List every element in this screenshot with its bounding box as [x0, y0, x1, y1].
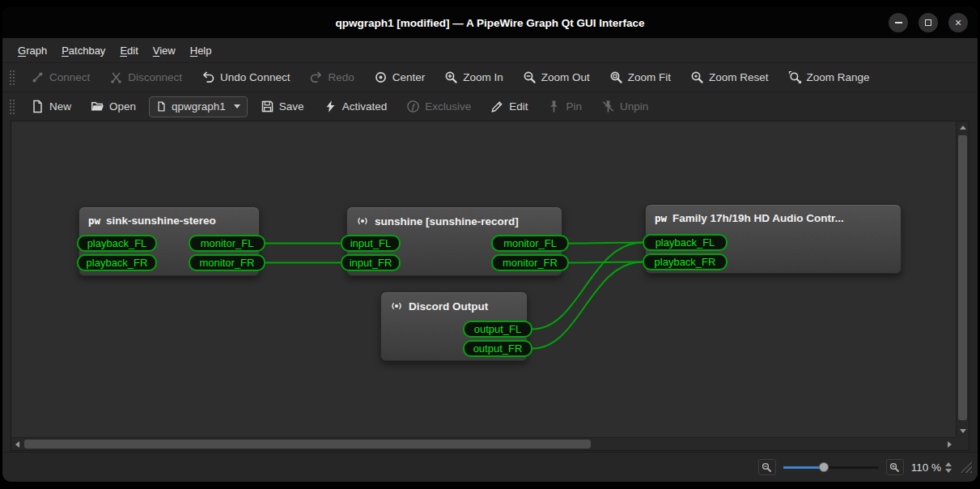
activated-bolt-icon: [324, 100, 337, 113]
arrow-left-icon: [15, 441, 19, 448]
scroll-right-arrow[interactable]: [944, 438, 956, 451]
zoom-in-button[interactable]: Zoom In: [438, 66, 510, 88]
connect-label: Connect: [49, 71, 90, 83]
undo-icon: [202, 70, 215, 84]
arrow-right-icon: [948, 441, 952, 448]
minimize-button[interactable]: [889, 13, 908, 32]
spin-up-icon: [945, 462, 952, 466]
undo-connect-label: Undo Connect: [220, 71, 290, 83]
window-resize-grip[interactable]: [961, 461, 972, 473]
open-folder-icon: [91, 100, 104, 113]
connection-discord-output-fr-to-family-playback-fr[interactable]: [532, 262, 643, 349]
zoom-out-icon: [523, 70, 537, 84]
zoom-reset-button[interactable]: Zoom Reset: [684, 66, 775, 88]
vertical-scrollbar-thumb[interactable]: [958, 135, 967, 420]
maximize-icon: [925, 19, 931, 26]
close-icon: ×: [955, 16, 961, 29]
spinbox-arrows[interactable]: [945, 462, 952, 473]
statusbar-zoom-in-button[interactable]: [886, 459, 904, 475]
disconnect-button[interactable]: Disconnect: [103, 66, 189, 88]
port-family-playback-fr[interactable]: playback_FR: [643, 253, 728, 270]
port-sunshine-input-fr[interactable]: input_FR: [341, 254, 401, 271]
zoom-fit-label: Zoom Fit: [628, 71, 671, 83]
port-sunshine-input-fl[interactable]: input_FL: [341, 235, 401, 252]
zoom-slider-handle[interactable]: [819, 462, 829, 472]
horizontal-scrollbar-thumb[interactable]: [24, 440, 591, 449]
menubar: Graph Patchbay Edit View Help: [2, 38, 978, 62]
menu-view[interactable]: View: [146, 41, 183, 60]
new-file-icon: [31, 100, 45, 113]
zoom-out-label: Zoom Out: [541, 71, 590, 83]
unpin-button[interactable]: Unpin: [595, 96, 655, 117]
center-icon: [374, 70, 388, 84]
zoom-fit-button[interactable]: Zoom Fit: [603, 66, 677, 88]
close-button[interactable]: ×: [948, 13, 968, 32]
disconnect-icon: [109, 70, 123, 84]
undo-connect-button[interactable]: Undo Connect: [195, 66, 296, 88]
new-button[interactable]: New: [24, 96, 78, 117]
port-discord-output-fl[interactable]: output_FL: [463, 321, 532, 338]
unpin-label: Unpin: [620, 100, 648, 113]
center-label: Center: [392, 71, 426, 83]
save-label: Save: [279, 100, 304, 113]
horizontal-scrollbar[interactable]: [11, 437, 956, 450]
port-sunshine-monitor-fl[interactable]: monitor_FL: [491, 235, 569, 252]
zoom-reset-icon: [690, 70, 704, 84]
pin-button[interactable]: Pin: [541, 96, 588, 117]
port-sunshine-monitor-fr[interactable]: monitor_FR: [491, 254, 569, 271]
patchbay-file-icon: [156, 101, 167, 112]
unpin-icon: [601, 100, 615, 113]
chevron-down-icon: [234, 104, 240, 108]
menu-edit[interactable]: Edit: [112, 41, 145, 60]
port-sink-playback-fl[interactable]: playback_FL: [77, 235, 157, 252]
scroll-left-arrow[interactable]: [11, 438, 23, 451]
center-button[interactable]: Center: [367, 66, 432, 88]
port-sink-monitor-fl[interactable]: monitor_FL: [189, 235, 265, 252]
vertical-scrollbar[interactable]: [956, 121, 969, 437]
scroll-up-arrow[interactable]: [957, 121, 969, 134]
window-title: qpwgraph1 [modified] — A PipeWire Graph …: [335, 17, 644, 29]
port-family-playback-fl[interactable]: playback_FL: [643, 234, 728, 251]
patchbay-selector-value: qpwgraph1: [172, 100, 226, 113]
patchbay-selector[interactable]: qpwgraph1: [149, 96, 248, 117]
zoom-percent-spinbox[interactable]: 110 %: [911, 461, 952, 474]
spin-down-icon: [945, 469, 952, 473]
zoom-range-button[interactable]: Zoom Range: [782, 66, 876, 88]
pin-icon: [547, 100, 561, 113]
zoom-range-icon: [788, 70, 802, 84]
toolbar-file: New Open qpwgraph1 Save: [2, 91, 978, 121]
connections-layer: [11, 121, 956, 437]
arrow-up-icon: [960, 125, 966, 130]
toolbar-grip[interactable]: [9, 99, 15, 115]
zoom-controls: 110 %: [758, 459, 978, 475]
port-sink-playback-fr[interactable]: playback_FR: [77, 254, 157, 271]
graph-canvas[interactable]: pw sink-sunshine-stereo sunshine [sunshi…: [11, 121, 956, 437]
port-discord-output-fr[interactable]: output_FR: [463, 340, 532, 357]
redo-icon: [309, 70, 323, 84]
menu-graph[interactable]: Graph: [11, 41, 54, 60]
scrollbar-corner: [956, 437, 969, 450]
edit-pencil-icon: [490, 100, 504, 113]
scroll-down-arrow[interactable]: [957, 425, 969, 437]
open-button[interactable]: Open: [84, 96, 142, 117]
edit-button[interactable]: Edit: [484, 96, 534, 117]
graph-viewport: pw sink-sunshine-stereo sunshine [sunshi…: [11, 121, 969, 451]
menu-help[interactable]: Help: [183, 41, 219, 60]
zoom-slider-fill: [783, 466, 822, 469]
toolbar-grip[interactable]: [9, 70, 15, 86]
maximize-button[interactable]: [918, 13, 938, 32]
menu-patchbay[interactable]: Patchbay: [54, 41, 112, 60]
zoom-slider[interactable]: [783, 461, 879, 473]
edit-label: Edit: [509, 100, 528, 113]
port-sink-monitor-fr[interactable]: monitor_FR: [189, 254, 265, 271]
activated-button[interactable]: Activated: [317, 96, 394, 117]
titlebar[interactable]: qpwgraph1 [modified] — A PipeWire Graph …: [2, 7, 978, 38]
exclusive-button[interactable]: f Exclusive: [400, 96, 477, 117]
new-label: New: [49, 100, 71, 113]
zoom-out-button[interactable]: Zoom Out: [516, 66, 596, 88]
save-button[interactable]: Save: [254, 96, 311, 117]
connect-button[interactable]: Connect: [24, 66, 96, 88]
zoom-percent-value: 110 %: [911, 461, 941, 474]
redo-button[interactable]: Redo: [303, 66, 360, 88]
statusbar-zoom-out-button[interactable]: [758, 459, 776, 475]
